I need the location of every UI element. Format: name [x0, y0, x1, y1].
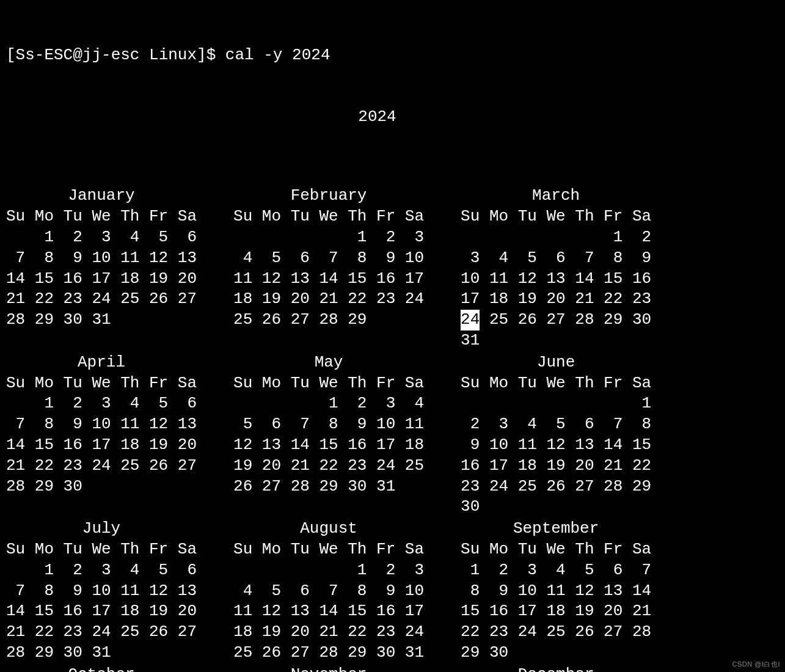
day-cell: 12: [149, 248, 168, 269]
day-cell: [604, 497, 623, 517]
month-name: April: [6, 352, 197, 373]
day-cell: 19: [149, 269, 168, 290]
weekday-label: Su: [6, 373, 25, 394]
day-cell: 11: [405, 414, 424, 435]
day-cell: 1: [632, 393, 651, 414]
day-cell: [575, 331, 594, 351]
week-row: 31: [461, 331, 651, 351]
day-cell: [291, 227, 310, 248]
today-cell: 24: [461, 310, 480, 331]
month-may: MaySuMoTuWeThFrSa 1 2 3 4 5 6 7 8 910111…: [233, 352, 424, 517]
day-cell: 10: [92, 414, 111, 435]
day-cell: 17: [461, 289, 480, 310]
day-cell: 3: [376, 393, 395, 414]
day-cell: [604, 643, 623, 663]
day-cell: 19: [149, 435, 168, 456]
day-cell: 11: [489, 269, 508, 290]
day-cell: 30: [461, 497, 480, 517]
day-cell: 21: [291, 456, 310, 477]
day-cell: 16: [64, 269, 82, 290]
week-row: 24252627282930: [461, 310, 651, 331]
day-cell: 25: [120, 622, 139, 643]
day-cell: 14: [604, 435, 623, 456]
day-cell: 26: [262, 310, 281, 331]
day-cell: 3: [461, 248, 480, 269]
day-cell: [262, 393, 281, 414]
day-cell: 17: [405, 269, 424, 290]
day-cell: [546, 227, 565, 248]
day-cell: 3: [92, 227, 111, 248]
day-cell: 10: [489, 435, 508, 456]
weekday-label: Th: [575, 373, 594, 394]
day-cell: 5: [262, 248, 281, 269]
day-cell: 4: [233, 248, 252, 269]
day-cell: 20: [575, 456, 594, 477]
weekday-label: Sa: [405, 206, 424, 227]
week-row: 3 4 5 6 7 8 9: [461, 248, 651, 269]
day-cell: 8: [348, 248, 367, 269]
weekday-label: Th: [348, 373, 367, 394]
day-cell: 1: [348, 560, 367, 581]
day-cell: 16: [64, 601, 82, 622]
day-cell: 17: [92, 435, 111, 456]
day-cell: 23: [64, 456, 82, 477]
day-cell: 9: [64, 248, 82, 269]
month-name: June: [461, 352, 651, 373]
day-cell: 2: [64, 393, 82, 414]
day-cell: 3: [405, 227, 424, 248]
day-cell: 14: [291, 435, 310, 456]
day-cell: [546, 331, 565, 351]
day-cell: 8: [348, 581, 367, 602]
day-cell: 21: [604, 456, 623, 477]
week-row: 7 8 910111213: [6, 248, 197, 269]
week-row: 14151617181920: [6, 601, 197, 622]
day-cell: 14: [632, 581, 651, 602]
day-cell: 17: [489, 456, 508, 477]
day-cell: 17: [92, 269, 111, 290]
day-cell: 20: [178, 269, 197, 290]
day-cell: 23: [632, 289, 651, 310]
day-cell: 22: [461, 622, 480, 643]
week-row: 2526272829: [233, 310, 424, 331]
day-cell: 7: [632, 560, 651, 581]
day-cell: 25: [405, 456, 424, 477]
day-cell: 5: [149, 227, 168, 248]
week-row: 4 5 6 7 8 910: [233, 248, 424, 269]
day-cell: 26: [262, 643, 281, 663]
day-cell: 23: [64, 289, 82, 310]
weekday-label: Th: [120, 206, 139, 227]
day-cell: 18: [233, 289, 252, 310]
day-cell: 18: [120, 601, 139, 622]
weekday-label: We: [319, 539, 338, 560]
day-cell: 16: [64, 435, 82, 456]
day-cell: [120, 310, 139, 331]
week-row: 7 8 910111213: [6, 581, 197, 602]
day-cell: [461, 393, 480, 414]
week-row: 12131415161718: [233, 435, 424, 456]
week-row: 17181920212223: [461, 289, 651, 310]
day-cell: 26: [149, 622, 168, 643]
day-cell: 3: [405, 560, 424, 581]
day-cell: 8: [604, 248, 623, 269]
day-cell: [518, 497, 537, 517]
day-cell: 23: [461, 477, 480, 497]
day-cell: [489, 227, 508, 248]
day-cell: 6: [546, 248, 565, 269]
day-cell: 1: [461, 560, 480, 581]
week-row: 30: [461, 497, 651, 517]
day-cell: 13: [178, 248, 197, 269]
day-cell: 14: [6, 601, 25, 622]
week-row: 9101112131415: [461, 435, 651, 456]
day-cell: [546, 393, 565, 414]
month-name: August: [233, 519, 424, 539]
day-cell: 7: [6, 248, 25, 269]
day-cell: 24: [489, 477, 508, 497]
day-cell: 18: [120, 435, 139, 456]
weekday-label: Tu: [64, 539, 82, 560]
day-cell: 21: [575, 289, 594, 310]
day-cell: 15: [461, 601, 480, 622]
day-cell: 25: [546, 622, 565, 643]
day-cell: 7: [6, 414, 25, 435]
day-cell: 12: [518, 269, 537, 290]
day-cell: 17: [405, 601, 424, 622]
